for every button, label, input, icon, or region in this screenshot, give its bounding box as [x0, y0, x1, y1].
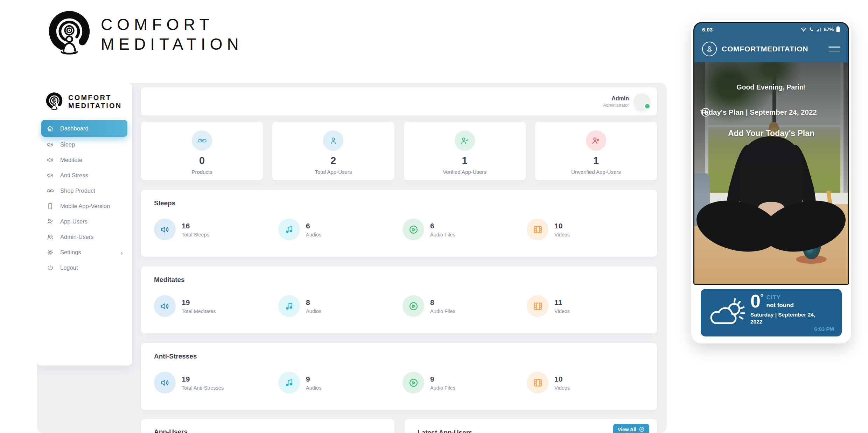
user-check-icon	[455, 130, 475, 151]
stat-value: 9	[430, 375, 455, 383]
stat-card-unverified-app-users: 1 Unverified App-Users	[535, 122, 657, 180]
brand-mark-icon	[45, 10, 94, 59]
app-users-card: App-Users	[141, 419, 394, 433]
sidebar-item-sleep[interactable]: Sleep	[41, 137, 127, 152]
music-note-icon	[278, 219, 300, 240]
sidebar-item-label: Admin-Users	[60, 234, 93, 240]
sidebar-item-app-users[interactable]: App-Users	[41, 214, 127, 229]
status-icons: 67%	[800, 26, 840, 33]
brand-line2: MEDITATION	[101, 34, 243, 54]
status-time: 6:03	[702, 27, 713, 33]
weather-time: 6:03 PM	[750, 326, 836, 332]
stat-label: Products	[141, 169, 263, 175]
sidebar-brand-line2: MEDITATION	[68, 102, 122, 110]
call-icon	[809, 27, 814, 32]
stat-value: 19	[182, 298, 216, 307]
section-anti-stresses: Anti-Stresses 19 Total Anti-Stresses	[141, 343, 657, 410]
volume-icon	[154, 295, 176, 317]
brand-text: COMFORT MEDITATION	[101, 15, 243, 54]
card-title: Latest App-Users	[418, 429, 472, 433]
avatar[interactable]	[634, 93, 650, 109]
stat-label: Total Anti-Stresses	[182, 385, 224, 391]
stat-value: 10	[554, 222, 570, 230]
latest-app-users-card: Latest App-Users View All	[405, 419, 657, 433]
sidebar-item-anti-stress[interactable]: Anti Stress	[41, 168, 127, 183]
sidebar-item-dashboard[interactable]: Dashboard	[41, 120, 127, 137]
user-name: Admin	[603, 95, 629, 102]
volume-icon	[46, 156, 54, 164]
film-icon	[527, 295, 548, 317]
dashboard-content: Admin Administrator 0 Products	[141, 87, 657, 433]
stat-value: 6	[430, 222, 455, 230]
sidebar-item-mobile-app-version[interactable]: Mobile App-Version	[41, 198, 127, 214]
stat-label: Total Sleeps	[182, 232, 209, 237]
user-check-icon	[46, 218, 54, 225]
power-icon	[46, 264, 54, 271]
volume-icon	[46, 141, 54, 148]
sidebar-item-label: Anti Stress	[60, 172, 88, 179]
stat-label: Audio Files	[430, 232, 455, 237]
stat-card-verified-app-users: 1 Verified App-Users	[404, 122, 526, 180]
menu-icon[interactable]	[828, 47, 840, 51]
sidebar-item-shop-product[interactable]: Shop Product	[41, 183, 127, 198]
sidebar-item-admin-users[interactable]: Admin-Users	[41, 229, 127, 244]
link-icon	[46, 187, 54, 194]
volume-icon	[46, 172, 54, 179]
weather-widget: 0° CITY not found Saturday | September 2…	[701, 289, 842, 336]
weather-status: not found	[766, 302, 794, 309]
sidebar-item-label: Dashboard	[60, 125, 89, 132]
phone-app-title: COMFORTMEDITATION	[722, 45, 808, 53]
signal-icon	[817, 27, 822, 32]
section-stats: 16 Total Sleeps 6 Audios	[154, 219, 657, 240]
section-stat-videos: 11 Videos	[527, 295, 651, 317]
stat-value: 2	[272, 155, 394, 166]
section-stat-videos: 10 Videos	[527, 372, 651, 393]
brand-logo: COMFORT MEDITATION	[45, 10, 243, 59]
sidebar-nav: Dashboard Sleep Meditate	[37, 118, 132, 275]
gear-icon	[46, 249, 54, 256]
sidebar-item-meditate[interactable]: Meditate	[41, 152, 127, 168]
sidebar-item-label: App-Users	[60, 218, 88, 225]
stat-label: Audio Files	[430, 385, 455, 391]
stat-card-total-app-users: 2 Total App-Users	[272, 122, 394, 180]
brand-line1: COMFORT	[101, 15, 243, 34]
add-todays-plan-button[interactable]: Add Your Today's Plan	[694, 129, 848, 138]
sidebar-item-settings[interactable]: Settings ›	[41, 244, 127, 260]
stat-label: Audio Files	[430, 308, 455, 314]
stat-value: 6	[306, 222, 321, 230]
sidebar-item-logout[interactable]: Logout	[41, 260, 127, 275]
section-stat-total: 19 Total Meditates	[154, 295, 278, 317]
plus-circle-icon[interactable]	[700, 107, 711, 118]
stat-value: 8	[306, 298, 321, 307]
stat-label: Total App-Users	[272, 169, 394, 175]
stat-label: Unverified App-Users	[535, 169, 657, 175]
stat-label: Verified App-Users	[404, 169, 526, 175]
weather-info: 0° CITY not found Saturday | September 2…	[750, 293, 836, 332]
section-title: Meditates	[154, 276, 657, 284]
weather-date: Saturday | September 24, 2022	[750, 311, 826, 325]
section-title: Sleeps	[154, 199, 657, 207]
volume-icon	[154, 372, 176, 393]
section-meditates: Meditates 19 Total Meditates 8	[141, 267, 657, 333]
phone-app-bar: COMFORTMEDITATION	[694, 36, 848, 62]
phone-mockup: 6:03 67% COMFORTMEDITATION	[691, 20, 851, 343]
section-stat-audio-files: 8 Audio Files	[402, 295, 527, 317]
film-icon	[527, 219, 548, 240]
view-all-button[interactable]: View All	[613, 424, 649, 433]
main-panel: COMFORT MEDITATION Dashboard Sleep	[37, 83, 667, 433]
stat-card-products: 0 Products	[141, 122, 263, 180]
section-stats: 19 Total Meditates 8 Audios	[154, 295, 657, 317]
phone-bottom-area: 0° CITY not found Saturday | September 2…	[693, 285, 849, 340]
section-stat-total: 16 Total Sleeps	[154, 219, 278, 240]
arrow-circle-right-icon	[639, 426, 645, 432]
play-circle-icon	[402, 219, 424, 240]
link-icon	[192, 130, 212, 151]
section-sleeps: Sleeps 16 Total Sleeps 6	[141, 190, 657, 257]
sidebar-item-label: Logout	[60, 264, 78, 271]
stat-label: Total Meditates	[182, 308, 216, 314]
app-logo-icon	[702, 42, 717, 56]
home-icon	[46, 125, 54, 132]
cloud-sun-icon	[706, 296, 748, 329]
section-stat-audios: 9 Audios	[278, 372, 402, 393]
todays-plan-text: Today's Plan | September 24, 2022	[700, 108, 817, 116]
